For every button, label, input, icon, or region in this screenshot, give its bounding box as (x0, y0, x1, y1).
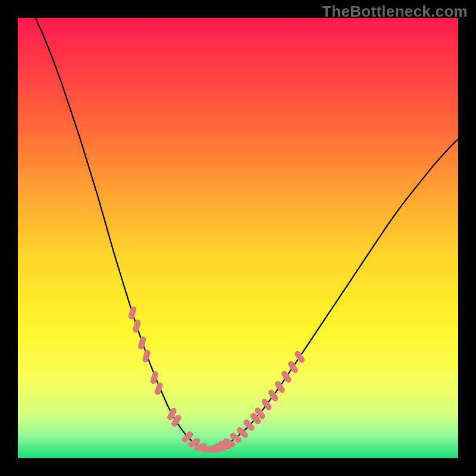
plot-area (18, 18, 458, 458)
chart-outer-frame: TheBottleneck.com (0, 0, 476, 476)
bottleneck-chart-svg (18, 18, 458, 458)
gradient-background (18, 18, 458, 458)
